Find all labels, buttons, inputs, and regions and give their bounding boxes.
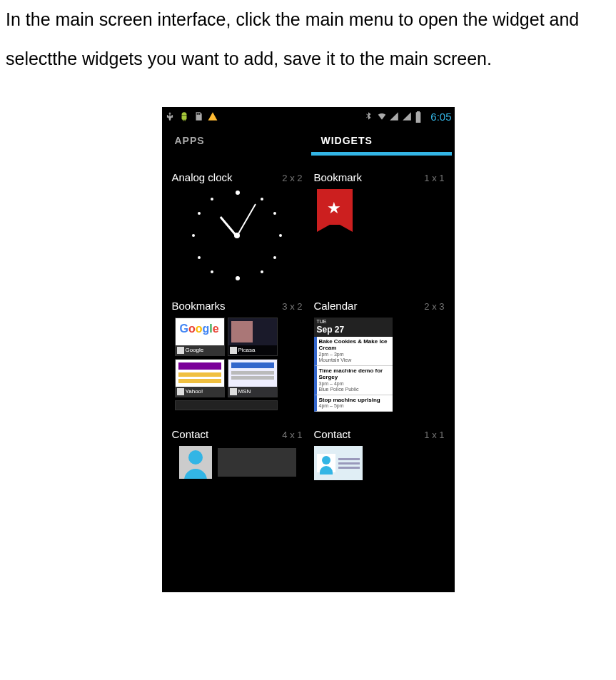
usb-icon <box>165 111 175 121</box>
widget-title: Calendar <box>314 300 358 312</box>
tile-label: Yahoo! <box>176 387 224 397</box>
star-icon: ★ <box>327 199 341 218</box>
widget-contact-4x1[interactable]: Contact 4 x 1 <box>166 421 308 542</box>
warning-icon <box>208 111 218 121</box>
widget-bookmarks[interactable]: Bookmarks 3 x 2 Google Google Picasa <box>166 293 308 421</box>
widget-title: Bookmarks <box>172 300 226 312</box>
widget-size: 3 x 2 <box>282 301 302 312</box>
event-time: 2pm – 3pm <box>319 352 390 357</box>
bluetooth-icon <box>363 111 373 121</box>
contact-bar <box>218 448 296 477</box>
tab-widgets[interactable]: WIDGETS <box>308 126 455 157</box>
widget-bookmark[interactable]: Bookmark 1 x 1 ★ <box>308 164 450 293</box>
calendar-event: Time machine demo for Sergey 3pm – 4pm B… <box>314 366 393 395</box>
contact-preview-icon <box>179 446 296 479</box>
phone-screen: 6:05 APPS WIDGETS Analog clock 2 x 2 <box>162 107 455 592</box>
calendar-event: Bake Cookies & Make Ice Cream 2pm – 3pm … <box>314 337 393 366</box>
bookmark-tile: Yahoo! <box>175 359 225 397</box>
bookmark-icon: ★ <box>317 189 353 232</box>
tab-apps-label: APPS <box>175 135 205 146</box>
status-bar: 6:05 <box>162 107 455 126</box>
signal1-icon <box>389 111 399 121</box>
tile-label: Google <box>176 345 224 355</box>
status-time: 6:05 <box>430 111 451 123</box>
widget-calendar[interactable]: Calendar 2 x 3 TUE Sep 27 Bake Cookies &… <box>308 293 450 421</box>
widget-size: 2 x 3 <box>424 301 444 312</box>
event-title: Stop machine uprising <box>319 397 390 404</box>
tab-active-underline <box>311 152 452 156</box>
bookmark-tile <box>175 400 278 410</box>
widget-size: 2 x 2 <box>282 173 302 183</box>
instruction-text: In the main screen interface, click the … <box>0 0 616 78</box>
screenshot-container: 6:05 APPS WIDGETS Analog clock 2 x 2 <box>0 107 616 607</box>
signal2-icon <box>402 111 412 121</box>
bookmark-tile: Picasa <box>228 318 278 356</box>
widget-title: Bookmark <box>314 171 363 183</box>
analog-clock-icon <box>191 189 283 282</box>
event-title: Bake Cookies & Make Ice Cream <box>319 338 390 352</box>
event-time: 4pm – 5pm <box>319 403 390 409</box>
wifi-icon <box>376 111 386 121</box>
widget-size: 1 x 1 <box>424 173 444 183</box>
widget-grid: Analog clock 2 x 2 Bookmark <box>162 157 455 542</box>
widget-size: 4 x 1 <box>282 430 302 440</box>
event-location: Blue Police Public <box>319 387 390 392</box>
tab-apps[interactable]: APPS <box>162 126 308 157</box>
tab-widgets-label: WIDGETS <box>321 135 373 146</box>
tile-label: MSN <box>228 387 277 397</box>
widget-size: 1 x 1 <box>424 430 444 440</box>
event-location: Mountain View <box>319 357 390 363</box>
calendar-day-label: TUE <box>317 319 390 325</box>
widget-contact-1x1[interactable]: Contact 1 x 1 <box>308 421 450 542</box>
widget-title: Analog clock <box>172 171 233 183</box>
widget-title: Contact <box>172 428 209 440</box>
event-title: Time machine demo for Sergey <box>319 367 390 381</box>
tile-label: Picasa <box>228 345 277 355</box>
avatar-icon <box>179 446 212 479</box>
widget-title: Contact <box>314 428 351 440</box>
android-icon <box>179 111 189 121</box>
calendar-date: Sep 27 <box>317 325 390 335</box>
bookmarks-preview-icon: Google Google Picasa Yahoo! <box>175 318 278 397</box>
calendar-event: Stop machine uprising 4pm – 5pm <box>314 395 393 412</box>
bookmark-tile: Google Google <box>175 318 225 356</box>
contact-card-icon <box>314 446 363 480</box>
event-time: 3pm – 4pm <box>319 381 390 387</box>
calendar-preview-icon: TUE Sep 27 Bake Cookies & Make Ice Cream… <box>314 318 393 412</box>
tab-bar: APPS WIDGETS <box>162 126 455 157</box>
sdcard-icon <box>193 111 203 121</box>
bookmark-tile: MSN <box>228 359 278 397</box>
widget-analog-clock[interactable]: Analog clock 2 x 2 <box>166 164 308 293</box>
battery-icon <box>415 111 425 121</box>
